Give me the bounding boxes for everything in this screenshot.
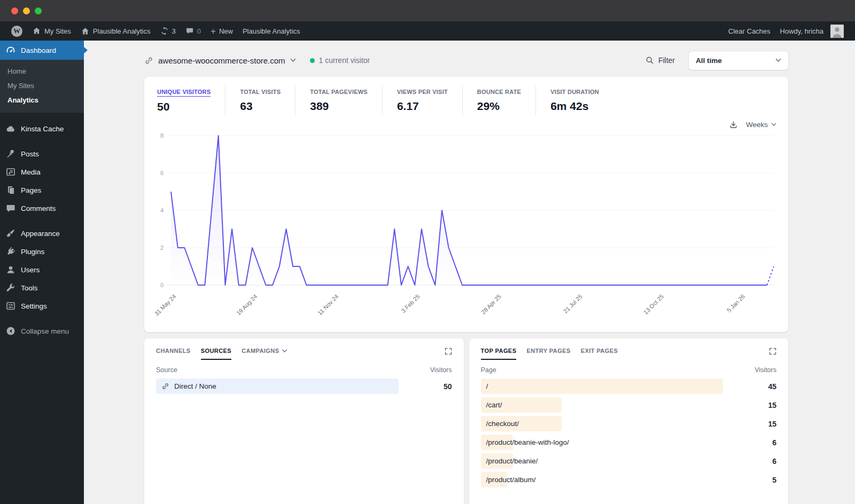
svg-text:21 Jul 25: 21 Jul 25 xyxy=(562,293,584,314)
tab-channels[interactable]: CHANNELS xyxy=(156,348,191,360)
sources-table-header: Source Visitors xyxy=(156,366,452,374)
row-bar-zone: /product/album/ xyxy=(481,472,724,487)
paintbrush-icon xyxy=(5,228,16,239)
wp-sidebar: Dashboard Home My Sites Analytics Kinsta… xyxy=(0,41,84,504)
svg-text:6: 6 xyxy=(160,170,164,176)
analytics-toolbar: awesome-woocommerce-store.com 1 current … xyxy=(144,51,788,70)
stat-total-pageviews[interactable]: TOTAL PAGEVIEWS 389 xyxy=(295,85,382,116)
row-link[interactable]: Direct / None xyxy=(156,379,399,394)
tab-campaigns[interactable]: CAMPAIGNS xyxy=(242,348,286,360)
row-bar-zone: /product/beanie/ xyxy=(481,453,724,469)
my-sites-menu[interactable]: My Sites xyxy=(27,21,76,41)
sidebar-group-kinsta: Kinsta Cache xyxy=(0,120,84,138)
row-bar-zone: Direct / None xyxy=(156,379,399,394)
sidebar-item-analytics[interactable]: Analytics xyxy=(0,93,84,107)
svg-text:28 Apr 25: 28 Apr 25 xyxy=(480,293,502,316)
collapse-menu-button[interactable]: Collapse menu xyxy=(0,322,84,340)
date-range-select[interactable]: All time xyxy=(689,51,788,70)
table-row: /product/beanie-with-logo/6 xyxy=(481,435,777,450)
row-label-text: / xyxy=(486,382,488,390)
svg-text:8: 8 xyxy=(160,132,164,139)
row-link[interactable]: /product/album/ xyxy=(481,472,724,487)
search-icon xyxy=(646,56,654,65)
new-content-menu[interactable]: + New xyxy=(206,21,238,41)
current-visitors[interactable]: 1 current visitor xyxy=(310,56,370,65)
interval-select[interactable]: Weeks xyxy=(746,121,776,129)
pages-value-header: Visitors xyxy=(755,366,776,374)
tab-entry-pages[interactable]: ENTRY PAGES xyxy=(526,348,570,360)
pages-panel: TOP PAGES ENTRY PAGES EXIT PAGES Page Vi… xyxy=(469,338,789,504)
site-menu[interactable]: Plausible Analytics xyxy=(76,21,156,41)
svg-text:2: 2 xyxy=(160,245,164,251)
tab-sources[interactable]: SOURCES xyxy=(201,348,231,360)
clear-caches-label: Clear Caches xyxy=(728,27,771,35)
minimize-window-button[interactable] xyxy=(23,7,30,14)
sidebar-item-settings[interactable]: Settings xyxy=(0,297,84,315)
svg-text:5 Jan 26: 5 Jan 26 xyxy=(726,293,746,313)
tab-exit-pages[interactable]: EXIT PAGES xyxy=(581,348,618,360)
chart-svg: 0246831 May 2419 Aug 2411 Nov 243 Feb 25… xyxy=(155,131,776,321)
updates-count: 3 xyxy=(172,27,176,35)
sidebar-item-plugins[interactable]: Plugins xyxy=(0,242,84,261)
filter-button[interactable]: Filter xyxy=(646,56,675,65)
sidebar-item-tools[interactable]: Tools xyxy=(0,279,84,297)
row-value: 45 xyxy=(747,382,776,391)
sidebar-item-posts[interactable]: Posts xyxy=(0,145,84,163)
clear-caches-button[interactable]: Clear Caches xyxy=(724,21,775,41)
zoom-window-button[interactable] xyxy=(35,7,42,14)
stat-total-visits[interactable]: TOTAL VISITS 63 xyxy=(225,85,295,116)
sidebar-item-comments[interactable]: Comments xyxy=(0,199,84,217)
toolbar-right: Filter All time xyxy=(646,51,788,70)
sources-name-header: Source xyxy=(156,366,177,374)
sidebar-item-my-sites[interactable]: My Sites xyxy=(0,78,84,93)
sources-tabs: CHANNELS SOURCES CAMPAIGNS xyxy=(156,348,452,360)
updates-menu[interactable]: 3 xyxy=(156,21,181,41)
pages-expand-button[interactable] xyxy=(769,348,776,355)
svg-text:31 May 24: 31 May 24 xyxy=(155,293,177,317)
account-menu[interactable]: Howdy, hricha xyxy=(775,21,849,41)
media-icon xyxy=(5,167,16,177)
row-link[interactable]: /product/beanie/ xyxy=(481,453,724,469)
wp-logo-menu[interactable]: W xyxy=(6,21,27,41)
row-label-text: Direct / None xyxy=(174,382,216,390)
sidebar-item-kinsta-cache[interactable]: Kinsta Cache xyxy=(0,120,84,138)
stat-views-per-visit[interactable]: VIEWS PER VISIT 6.17 xyxy=(382,85,462,116)
row-link[interactable]: /product/beanie-with-logo/ xyxy=(481,435,724,450)
pages-name-header: Page xyxy=(481,366,496,374)
sidebar-item-appearance[interactable]: Appearance xyxy=(0,224,84,242)
comments-menu[interactable]: 0 xyxy=(181,21,206,41)
download-export-button[interactable] xyxy=(729,120,738,129)
current-page-label: Plausible Analytics xyxy=(243,27,300,35)
row-link[interactable]: /cart/ xyxy=(481,397,724,413)
row-link[interactable]: / xyxy=(481,379,724,394)
settings-icon xyxy=(5,301,16,311)
pages-tabs: TOP PAGES ENTRY PAGES EXIT PAGES xyxy=(481,348,777,360)
stat-visit-duration[interactable]: VISIT DURATION 6m 42s xyxy=(535,85,613,116)
visitors-line-chart[interactable]: 0246831 May 2419 Aug 2411 Nov 243 Feb 25… xyxy=(155,131,778,323)
site-selector[interactable]: awesome-woocommerce-store.com xyxy=(144,56,296,65)
stat-bounce-rate[interactable]: BOUNCE RATE 29% xyxy=(462,85,535,116)
filter-label: Filter xyxy=(658,56,675,65)
sidebar-item-home[interactable]: Home xyxy=(0,64,84,78)
sidebar-item-pages[interactable]: Pages xyxy=(0,181,84,199)
stat-unique-visitors[interactable]: UNIQUE VISITORS 50 xyxy=(155,85,225,116)
svg-text:3 Feb 25: 3 Feb 25 xyxy=(400,293,421,314)
sidebar-group-admin: Appearance Plugins Users Tools Settings xyxy=(0,224,84,315)
screen: W My Sites Plausible Analytics 3 0 + New… xyxy=(0,0,855,504)
row-link[interactable]: /checkout/ xyxy=(481,416,724,431)
row-value: 6 xyxy=(747,438,776,447)
current-page-item[interactable]: Plausible Analytics xyxy=(238,21,305,41)
sidebar-item-dashboard[interactable]: Dashboard xyxy=(0,41,84,60)
row-label-text: /product/album/ xyxy=(486,476,536,484)
sidebar-item-users[interactable]: Users xyxy=(0,261,84,279)
wordpress-logo-icon: W xyxy=(11,26,22,37)
active-menu-arrow xyxy=(83,46,91,54)
close-window-button[interactable] xyxy=(11,7,18,14)
sources-expand-button[interactable] xyxy=(445,348,452,355)
home-icon xyxy=(81,27,90,36)
tab-top-pages[interactable]: TOP PAGES xyxy=(481,348,517,360)
stat-label: TOTAL PAGEVIEWS xyxy=(310,89,368,95)
new-label: New xyxy=(219,27,233,35)
sidebar-item-media[interactable]: Media xyxy=(0,163,84,181)
wp-admin-bar: W My Sites Plausible Analytics 3 0 + New… xyxy=(0,21,855,41)
